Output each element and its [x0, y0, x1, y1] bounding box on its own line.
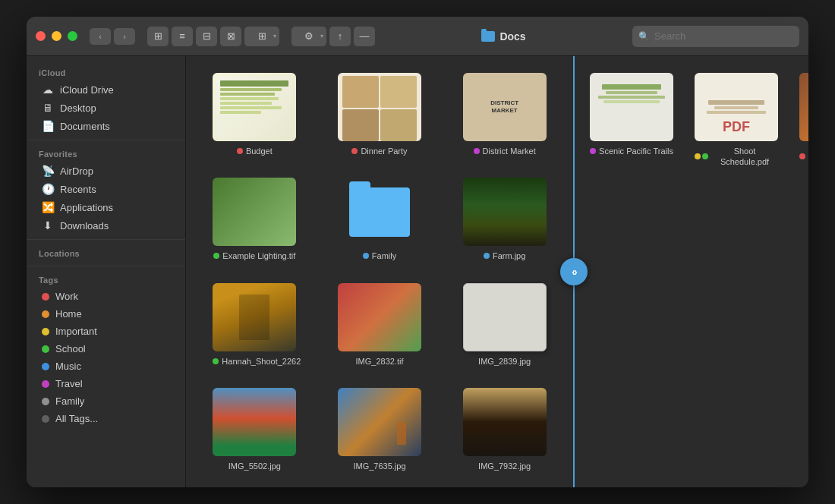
file-name-img7635: IMG_7635.jpg — [353, 461, 405, 471]
sidebar-item-downloads[interactable]: ⬇ Downloads — [30, 216, 182, 235]
file-item-img5502[interactable]: IMG_5502.jpg — [198, 383, 311, 476]
file-item-img2839[interactable]: IMG_2839.jpg — [448, 279, 561, 371]
sidebar-item-desktop-label: Desktop — [60, 102, 96, 114]
sidebar-item-recents[interactable]: 🕐 Recents — [30, 180, 182, 198]
file-item-img7932[interactable]: IMG_7932.jpg — [448, 383, 561, 476]
file-item-family-folder[interactable]: Family — [323, 173, 436, 266]
sidebar-item-home-label: Home — [55, 308, 82, 320]
home-tag-dot — [42, 310, 49, 318]
sidebar-item-important-label: Important — [55, 326, 97, 337]
file-thumb-img7635 — [338, 388, 421, 456]
file-item-farm[interactable]: Farm.jpg — [448, 173, 561, 266]
file-thumb-family-folder — [338, 178, 421, 246]
sidebar-item-airdrop-label: AirDrop — [60, 165, 93, 177]
forward-button[interactable]: › — [114, 28, 135, 45]
tags-section-label: Tags — [27, 271, 185, 288]
action-toolbar: ⚙ ↑ — — [291, 27, 375, 46]
icloud-section-label: iCloud — [27, 64, 185, 80]
file-item-hannah-shoot[interactable]: Hannah_Shoot_2262 — [198, 279, 311, 371]
music-tag-dot — [42, 363, 49, 370]
minimize-button[interactable] — [52, 31, 61, 41]
back-button[interactable]: ‹ — [90, 28, 111, 45]
file-name-hannah-shoot: Hannah_Shoot_2262 — [213, 356, 296, 367]
close-button[interactable] — [36, 31, 46, 41]
family-tag-dot — [42, 398, 49, 405]
sidebar-item-desktop[interactable]: 🖥 Desktop — [30, 99, 182, 117]
sidebar-item-all-tags[interactable]: All Tags... — [30, 410, 182, 427]
desktop-icon: 🖥 — [42, 102, 54, 114]
sidebar-item-music-label: Music — [55, 361, 81, 372]
sidebar-item-documents[interactable]: 📄 Documents — [30, 117, 182, 135]
sidebar-item-work-label: Work — [55, 291, 78, 302]
view-options-button[interactable]: ⊞ — [244, 27, 279, 46]
search-input[interactable] — [654, 30, 793, 42]
finder-window: ‹ › ⊞ ≡ ⊟ ⊠ ⊞ ⚙ ↑ — Docs 🔍 iCloud — [27, 17, 808, 487]
list-view-button[interactable]: ≡ — [172, 27, 193, 46]
file-item-street-food[interactable]: Street Food in Bangkok — [795, 68, 808, 172]
work-tag-dot — [42, 293, 49, 301]
sidebar: iCloud ☁ iCloud Drive 🖥 Desktop 📄 Docume… — [27, 56, 186, 487]
file-name-example-lighting: Example Lighting.tif — [213, 250, 295, 261]
airdrop-icon: 📡 — [42, 165, 54, 177]
share-button[interactable]: ↑ — [329, 27, 351, 46]
sidebar-item-applications[interactable]: 🔀 Applications — [30, 198, 182, 216]
search-bar[interactable]: 🔍 — [632, 26, 799, 47]
divider-2 — [27, 239, 185, 240]
sidebar-item-icloud-drive[interactable]: ☁ iCloud Drive — [30, 80, 182, 99]
file-thumb-budget — [213, 73, 296, 141]
sidebar-item-important[interactable]: Important — [30, 323, 182, 340]
file-item-district-market[interactable]: DISTRICTMARKET District Market — [448, 68, 561, 161]
file-thumb-img2832 — [338, 283, 421, 351]
sidebar-item-family-label: Family — [55, 395, 84, 407]
sidebar-item-airdrop[interactable]: 📡 AirDrop — [30, 162, 182, 180]
column-view-button[interactable]: ⊟ — [196, 27, 217, 46]
file-item-shoot-schedule[interactable]: PDF Shoot Schedule.pdf — [690, 68, 783, 172]
traffic-lights — [36, 31, 77, 41]
sidebar-item-icloud-drive-label: iCloud Drive — [60, 84, 114, 96]
sidebar-item-recents-label: Recents — [60, 184, 96, 195]
icon-view-button[interactable]: ⊞ — [147, 27, 169, 46]
panel-splitter: ‹› — [573, 56, 575, 487]
file-name-img5502: IMG_5502.jpg — [228, 461, 281, 471]
main-panel: Budget Dinner Party — [186, 56, 808, 487]
file-item-dinner-party[interactable]: Dinner Party — [323, 68, 436, 161]
fullscreen-button[interactable] — [68, 31, 77, 41]
file-item-img2832[interactable]: IMG_2832.tif — [323, 279, 436, 371]
window-title: Docs — [499, 30, 525, 43]
sidebar-item-downloads-label: Downloads — [60, 220, 109, 232]
file-name-shoot-schedule: Shoot Schedule.pdf — [695, 146, 778, 168]
divider-3 — [27, 266, 185, 266]
file-name-district-market: District Market — [474, 146, 536, 156]
file-thumb-dinner-party — [338, 73, 421, 141]
sidebar-item-travel[interactable]: Travel — [30, 375, 182, 392]
splitter-arrows-icon: ‹› — [572, 266, 575, 278]
file-thumb-scenic-pacific — [590, 73, 673, 141]
file-item-example-lighting[interactable]: Example Lighting.tif — [198, 173, 311, 266]
file-thumb-shoot-schedule: PDF — [695, 73, 778, 141]
action-button[interactable]: ⚙ — [291, 27, 326, 46]
sidebar-item-school[interactable]: School — [30, 340, 182, 358]
file-item-budget[interactable]: Budget — [198, 68, 311, 161]
applications-icon: 🔀 — [42, 201, 54, 213]
file-name-dinner-party: Dinner Party — [351, 146, 407, 156]
sidebar-item-home[interactable]: Home — [30, 305, 182, 323]
file-item-img7635[interactable]: IMG_7635.jpg — [323, 383, 436, 476]
splitter-handle[interactable]: ‹› — [560, 258, 588, 285]
file-thumb-street-food — [799, 73, 808, 141]
view-toolbar: ⊞ ≡ ⊟ ⊠ ⊞ — [147, 27, 279, 46]
recents-icon: 🕐 — [42, 183, 54, 195]
right-file-grid: Scenic Pacific Trails PDF Shoot Schedul — [573, 56, 808, 487]
file-name-family-folder: Family — [363, 250, 396, 261]
sidebar-item-music[interactable]: Music — [30, 358, 182, 375]
gallery-view-button[interactable]: ⊠ — [220, 27, 241, 46]
sidebar-item-family[interactable]: Family — [30, 392, 182, 410]
file-item-scenic-pacific[interactable]: Scenic Pacific Trails — [585, 68, 678, 172]
tag-button[interactable]: — — [354, 27, 375, 46]
sidebar-item-all-tags-label: All Tags... — [55, 413, 98, 424]
sidebar-item-work[interactable]: Work — [30, 288, 182, 305]
file-name-img2839: IMG_2839.jpg — [478, 356, 531, 367]
search-icon: 🔍 — [638, 31, 650, 42]
all-tags-dot — [42, 415, 49, 423]
locations-section-label: Locations — [27, 244, 185, 261]
content-area: iCloud ☁ iCloud Drive 🖥 Desktop 📄 Docume… — [27, 56, 808, 487]
